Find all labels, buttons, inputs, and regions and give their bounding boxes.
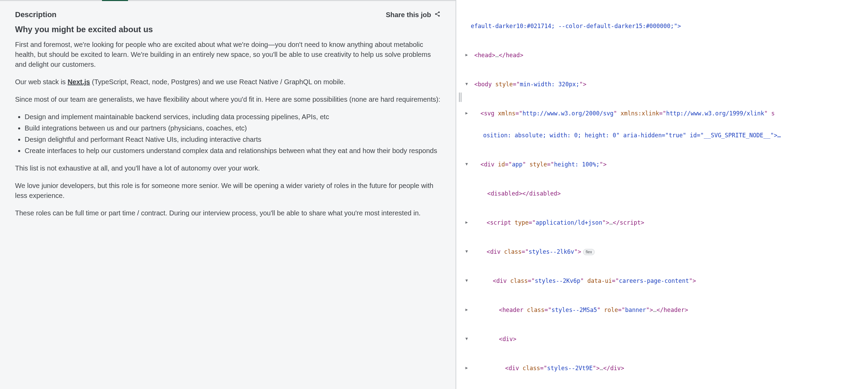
tree-row[interactable]: <div class="styles--2lk6v">flex xyxy=(464,248,868,255)
attr-value: osition: absolute; width: 0; height: 0" … xyxy=(483,132,781,139)
list-item: Build integrations between us and our pa… xyxy=(25,123,441,133)
rendered-page-pane: Description Share this job Why you might… xyxy=(0,0,456,389)
job-description: Description Share this job Why you might… xyxy=(0,0,456,218)
tree-row[interactable]: <div id="app" style="height: 100%;"> xyxy=(464,161,868,168)
text: efault-darker10:#021714; --color-default… xyxy=(471,23,681,29)
paragraph: Our web stack is Next.js (TypeScript, Re… xyxy=(15,77,441,87)
tree-row[interactable]: <svg xmlns="http://www.w3.org/2000/svg" … xyxy=(464,110,868,117)
attr-value: styles--2Kv6p xyxy=(535,277,580,284)
list-item: Design delightful and performant React N… xyxy=(25,135,441,145)
disclosure-triangle-icon[interactable] xyxy=(464,278,469,283)
text: Our web stack is xyxy=(15,78,67,86)
active-tab-indicator xyxy=(102,0,128,1)
paragraph: This list is not exhaustive at all, and … xyxy=(15,163,441,173)
responsibilities-list: Design and implement maintainable backen… xyxy=(15,112,441,156)
tree-row[interactable]: <head>…</head> xyxy=(464,52,868,59)
text: (TypeScript, React, node, Postgres) and … xyxy=(90,78,345,86)
attr-value: app xyxy=(512,161,523,168)
attr-value: styles--2MSa5 xyxy=(551,306,597,313)
paragraph: Since most of our team are generalists, … xyxy=(15,95,441,104)
share-job-button[interactable]: Share this job xyxy=(386,11,441,19)
disclosure-triangle-icon[interactable] xyxy=(464,111,469,116)
nextjs-link[interactable]: Next.js xyxy=(67,78,90,86)
list-item: Design and implement maintainable backen… xyxy=(25,112,441,122)
tree-row[interactable]: osition: absolute; width: 0; height: 0" … xyxy=(464,132,868,139)
tree-row[interactable]: <div> xyxy=(464,336,868,343)
share-job-label: Share this job xyxy=(386,11,431,19)
section-heading-excited: Why you might be excited about us xyxy=(15,25,441,34)
attr-value: height: 100%; xyxy=(554,161,600,168)
paragraph: First and foremost, we're looking for pe… xyxy=(15,40,441,70)
attr-value: http://www.w3.org/1999/xlink xyxy=(666,110,764,117)
description-heading: Description xyxy=(15,10,56,19)
attr-value: application/ld+json xyxy=(536,219,602,226)
top-shadow xyxy=(0,0,456,1)
tree-row[interactable]: <body style="min-width: 320px;"> xyxy=(464,81,868,88)
disclosure-triangle-icon[interactable] xyxy=(464,220,469,225)
disclosure-triangle-icon[interactable] xyxy=(464,336,469,341)
tree-row[interactable]: <div class="styles--2Vt9E">…</div> xyxy=(464,365,868,372)
disclosure-triangle-icon[interactable] xyxy=(464,162,469,167)
svg-point-2 xyxy=(438,15,440,17)
tree-row[interactable]: efault-darker10:#021714; --color-default… xyxy=(464,23,868,30)
tree-row[interactable]: <header class="styles--2MSa5" role="bann… xyxy=(464,306,868,314)
disclosure-triangle-icon[interactable] xyxy=(464,365,469,371)
tree-row[interactable]: <disabled></disabled> xyxy=(464,190,868,197)
attr-value: careers-page-content xyxy=(619,277,689,284)
disclosure-triangle-icon[interactable] xyxy=(464,52,469,58)
attr-value: styles--2Vt9E xyxy=(547,365,593,372)
flex-badge[interactable]: flex xyxy=(583,249,595,255)
share-icon xyxy=(434,11,441,19)
splitter-grip-icon xyxy=(459,92,461,102)
tree-row[interactable]: <div class="styles--2Kv6p" data-ui="care… xyxy=(464,277,868,285)
tree-row[interactable]: <script type="application/ld+json">…</sc… xyxy=(464,219,868,226)
list-item: Create interfaces to help our customers … xyxy=(25,146,441,156)
devtools-elements-panel: efault-darker10:#021714; --color-default… xyxy=(464,0,868,389)
attr-value: min-width: 320px; xyxy=(520,81,579,88)
disclosure-triangle-icon[interactable] xyxy=(464,249,469,254)
attr-value: styles--2lk6v xyxy=(529,248,574,255)
dom-tree[interactable]: efault-darker10:#021714; --color-default… xyxy=(464,0,868,389)
disclosure-triangle-icon[interactable] xyxy=(464,307,469,312)
attr-value: banner xyxy=(625,306,646,313)
paragraph: These roles can be full time or part tim… xyxy=(15,208,441,218)
description-header: Description Share this job xyxy=(15,10,441,19)
disclosure-triangle-icon[interactable] xyxy=(464,81,469,87)
pane-splitter[interactable] xyxy=(456,0,464,389)
svg-point-1 xyxy=(435,13,437,15)
paragraph: We love junior developers, but this role… xyxy=(15,181,441,201)
attr-value: http://www.w3.org/2000/svg xyxy=(523,110,614,117)
svg-point-0 xyxy=(438,11,440,13)
